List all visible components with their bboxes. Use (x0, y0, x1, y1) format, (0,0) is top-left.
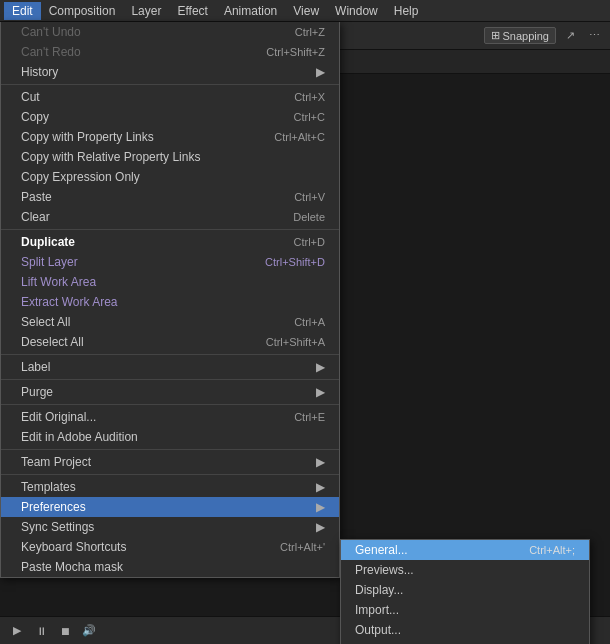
menu-item-paste[interactable]: Paste Ctrl+V (1, 187, 339, 207)
more-icon[interactable]: ⋯ (584, 26, 604, 46)
menu-item-edit-original[interactable]: Edit Original... Ctrl+E (1, 407, 339, 427)
separator-2 (1, 229, 339, 230)
stop-icon[interactable]: ⏹ (56, 622, 74, 640)
copy-expr-label: Copy Expression Only (21, 170, 325, 184)
menubar: Edit Composition Layer Effect Animation … (0, 0, 610, 22)
expand-icon[interactable]: ↗ (560, 26, 580, 46)
templates-label: Templates (21, 480, 312, 494)
edit-audition-label: Edit in Adobe Audition (21, 430, 325, 444)
menu-item-deselect-all[interactable]: Deselect All Ctrl+Shift+A (1, 332, 339, 352)
prefs-item-output[interactable]: Output... (341, 620, 589, 640)
clear-label: Clear (21, 210, 273, 224)
deselect-all-shortcut: Ctrl+Shift+A (266, 336, 325, 348)
purge-arrow: ▶ (316, 385, 325, 399)
prefs-item-import[interactable]: Import... (341, 600, 589, 620)
label-label: Label (21, 360, 312, 374)
select-all-shortcut: Ctrl+A (294, 316, 325, 328)
menubar-item-composition[interactable]: Composition (41, 2, 124, 20)
menu-item-paste-mocha[interactable]: Paste Mocha mask (1, 557, 339, 577)
copy-label: Copy (21, 110, 274, 124)
menu-item-split-layer[interactable]: Split Layer Ctrl+Shift+D (1, 252, 339, 272)
team-project-arrow: ▶ (316, 455, 325, 469)
prefs-import-label: Import... (355, 603, 399, 617)
menu-item-copy[interactable]: Copy Ctrl+C (1, 107, 339, 127)
cant-undo-shortcut: Ctrl+Z (295, 26, 325, 38)
cant-undo-label: Can't Undo (21, 25, 275, 39)
team-project-label: Team Project (21, 455, 312, 469)
menubar-item-window[interactable]: Window (327, 2, 386, 20)
copy-prop-shortcut: Ctrl+Alt+C (274, 131, 325, 143)
copy-rel-label: Copy with Relative Property Links (21, 150, 325, 164)
prefs-previews-label: Previews... (355, 563, 414, 577)
menubar-item-help[interactable]: Help (386, 2, 427, 20)
play-icon[interactable]: ▶ (8, 622, 26, 640)
copy-prop-label: Copy with Property Links (21, 130, 254, 144)
menu-item-edit-audition[interactable]: Edit in Adobe Audition (1, 427, 339, 447)
snapping-icon: ⊞ (491, 29, 500, 42)
prefs-item-previews[interactable]: Previews... (341, 560, 589, 580)
menubar-item-edit[interactable]: Edit (4, 2, 41, 20)
preferences-label: Preferences (21, 500, 312, 514)
preferences-submenu: General... Ctrl+Alt+; Previews... Displa… (340, 539, 590, 644)
select-all-label: Select All (21, 315, 274, 329)
menu-item-label[interactable]: Label ▶ (1, 357, 339, 377)
paste-shortcut: Ctrl+V (294, 191, 325, 203)
edit-original-shortcut: Ctrl+E (294, 411, 325, 423)
deselect-all-label: Deselect All (21, 335, 246, 349)
separator-3 (1, 354, 339, 355)
lift-work-label: Lift Work Area (21, 275, 325, 289)
menubar-item-layer[interactable]: Layer (123, 2, 169, 20)
prefs-display-label: Display... (355, 583, 403, 597)
menu-item-cut[interactable]: Cut Ctrl+X (1, 87, 339, 107)
menu-item-sync-settings[interactable]: Sync Settings ▶ (1, 517, 339, 537)
menu-item-keyboard[interactable]: Keyboard Shortcuts Ctrl+Alt+' (1, 537, 339, 557)
menu-item-clear[interactable]: Clear Delete (1, 207, 339, 227)
menu-item-lift-work[interactable]: Lift Work Area (1, 272, 339, 292)
prefs-item-general[interactable]: General... Ctrl+Alt+; (341, 540, 589, 560)
prefs-item-grids[interactable]: Grids & Guides... (341, 640, 589, 644)
menu-item-templates[interactable]: Templates ▶ (1, 477, 339, 497)
paste-label: Paste (21, 190, 274, 204)
purge-label: Purge (21, 385, 312, 399)
extract-work-label: Extract Work Area (21, 295, 325, 309)
label-arrow: ▶ (316, 360, 325, 374)
edit-original-label: Edit Original... (21, 410, 274, 424)
copy-shortcut: Ctrl+C (294, 111, 325, 123)
separator-5 (1, 404, 339, 405)
duplicate-label: Duplicate (21, 235, 274, 249)
cut-shortcut: Ctrl+X (294, 91, 325, 103)
menu-item-select-all[interactable]: Select All Ctrl+A (1, 312, 339, 332)
menu-item-extract-work[interactable]: Extract Work Area (1, 292, 339, 312)
prefs-general-shortcut: Ctrl+Alt+; (529, 544, 575, 556)
prefs-output-label: Output... (355, 623, 401, 637)
prefs-item-display[interactable]: Display... (341, 580, 589, 600)
history-label: History (21, 65, 312, 79)
menu-item-cant-undo: Can't Undo Ctrl+Z (1, 22, 339, 42)
menu-item-history[interactable]: History ▶ (1, 62, 339, 82)
menu-item-copy-prop[interactable]: Copy with Property Links Ctrl+Alt+C (1, 127, 339, 147)
snapping-label: Snapping (503, 30, 550, 42)
separator-7 (1, 474, 339, 475)
menu-item-copy-expr[interactable]: Copy Expression Only (1, 167, 339, 187)
clear-shortcut: Delete (293, 211, 325, 223)
prefs-general-label: General... (355, 543, 408, 557)
snapping-button[interactable]: ⊞ Snapping (484, 27, 557, 44)
menu-item-copy-rel[interactable]: Copy with Relative Property Links (1, 147, 339, 167)
menubar-item-effect[interactable]: Effect (169, 2, 215, 20)
dropdown-container: Can't Undo Ctrl+Z Can't Redo Ctrl+Shift+… (0, 22, 340, 578)
paste-mocha-label: Paste Mocha mask (21, 560, 325, 574)
menu-item-cant-redo: Can't Redo Ctrl+Shift+Z (1, 42, 339, 62)
separator-1 (1, 84, 339, 85)
menu-item-preferences[interactable]: Preferences ▶ (1, 497, 339, 517)
templates-arrow: ▶ (316, 480, 325, 494)
menubar-item-view[interactable]: View (285, 2, 327, 20)
menu-item-team-project[interactable]: Team Project ▶ (1, 452, 339, 472)
audio-icon[interactable]: 🔊 (80, 622, 98, 640)
cant-redo-shortcut: Ctrl+Shift+Z (266, 46, 325, 58)
menu-item-duplicate[interactable]: Duplicate Ctrl+D (1, 232, 339, 252)
edit-menu: Can't Undo Ctrl+Z Can't Redo Ctrl+Shift+… (0, 22, 340, 578)
menubar-item-animation[interactable]: Animation (216, 2, 285, 20)
pause-icon[interactable]: ⏸ (32, 622, 50, 640)
split-layer-label: Split Layer (21, 255, 245, 269)
menu-item-purge[interactable]: Purge ▶ (1, 382, 339, 402)
